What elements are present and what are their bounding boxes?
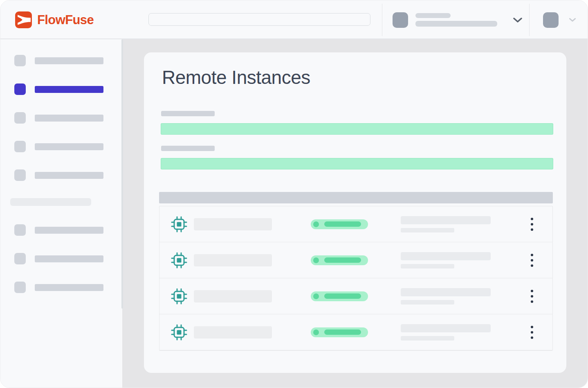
sidebar-item[interactable] (14, 83, 122, 95)
kebab-menu-button[interactable] (530, 289, 534, 304)
status-dot-icon (313, 329, 319, 335)
meta-line-1 (401, 288, 491, 296)
sidebar-item-label-placeholder (35, 255, 103, 262)
kebab-menu-button[interactable] (530, 217, 534, 232)
sidebar-nav (0, 39, 122, 388)
status-dot-icon (313, 257, 319, 263)
status-pill (311, 327, 368, 337)
sidebar-item-icon-placeholder (14, 282, 26, 293)
instance-meta-placeholder (401, 216, 491, 232)
sidebar-item-label-placeholder (35, 143, 103, 150)
sidebar-item-label-placeholder (35, 172, 103, 179)
sidebar-item[interactable] (14, 224, 122, 236)
sidebar-item[interactable] (14, 169, 122, 181)
sidebar-item-icon-placeholder (14, 112, 26, 124)
instance-name-placeholder (194, 290, 272, 302)
status-dot-icon (313, 221, 319, 227)
user-avatar (543, 12, 559, 28)
instance-row[interactable] (159, 278, 552, 314)
meta-line-1 (401, 324, 491, 332)
instance-name-placeholder (194, 218, 272, 230)
instance-name-placeholder (194, 254, 272, 266)
app-window: FlowFuse (0, 0, 588, 388)
instance-meta-placeholder (401, 324, 491, 341)
sidebar-item-icon-placeholder (14, 83, 26, 95)
chip-icon (171, 288, 187, 305)
instance-row[interactable] (159, 242, 552, 278)
sidebar-item-label-placeholder (35, 115, 103, 122)
sidebar-item-label-placeholder (35, 227, 103, 234)
meta-line-2 (401, 228, 454, 232)
status-label-placeholder (324, 329, 361, 335)
user-menu-button[interactable] (529, 4, 576, 36)
chevron-down-icon (569, 18, 576, 22)
sidebar-item-label-placeholder (10, 198, 91, 206)
sidebar-item[interactable] (14, 282, 122, 293)
chip-icon (171, 216, 187, 232)
field-input-highlight[interactable] (161, 158, 553, 169)
brand-wordmark: FlowFuse (37, 13, 94, 27)
instance-row[interactable] (159, 314, 552, 350)
brand-logo[interactable]: FlowFuse (15, 11, 94, 28)
status-pill (311, 219, 368, 229)
status-dot-icon (313, 293, 319, 299)
form-field (161, 146, 553, 169)
instance-meta-placeholder (401, 252, 491, 268)
sidebar-item-icon-placeholder (14, 55, 26, 66)
meta-line-1 (401, 252, 491, 260)
page-card: Remote Instances (144, 52, 566, 373)
chip-icon (171, 324, 187, 341)
sidebar-item-icon-placeholder (14, 253, 26, 264)
chip-icon (171, 252, 187, 268)
chevron-down-icon (513, 18, 522, 23)
status-label-placeholder (324, 257, 361, 263)
settings-form (161, 111, 553, 169)
team-name-line-2 (415, 21, 497, 27)
instances-table (159, 206, 553, 351)
field-input-highlight[interactable] (161, 123, 553, 135)
status-pill (311, 255, 368, 265)
kebab-menu-button[interactable] (530, 325, 534, 340)
sidebar-item-label-placeholder (35, 86, 103, 93)
sidebar-item-label-placeholder (35, 284, 103, 291)
status-label-placeholder (324, 293, 361, 299)
table-header-placeholder (159, 192, 553, 203)
team-name-line-1 (415, 13, 451, 18)
instance-row[interactable] (159, 206, 552, 242)
meta-line-1 (401, 216, 491, 224)
team-menu-button[interactable] (382, 4, 522, 36)
sidebar-item-label-placeholder (35, 57, 103, 64)
meta-line-2 (401, 300, 454, 305)
instance-meta-placeholder (401, 288, 491, 305)
sidebar-item[interactable] (14, 253, 122, 264)
team-avatar (393, 12, 408, 28)
status-pill (311, 291, 368, 301)
sidebar-scrollbar[interactable] (121, 39, 123, 309)
kebab-menu-button[interactable] (530, 253, 534, 268)
meta-line-2 (401, 336, 454, 341)
field-label-placeholder (161, 111, 215, 116)
sidebar-item-icon-placeholder (14, 169, 26, 181)
field-label-placeholder (161, 146, 215, 151)
meta-line-2 (401, 264, 454, 268)
sidebar-item[interactable] (14, 112, 122, 124)
page-title: Remote Instances (162, 67, 310, 88)
sidebar-section-placeholder (10, 198, 122, 206)
sidebar-item-icon-placeholder (14, 224, 26, 236)
search-input[interactable] (148, 13, 370, 26)
top-bar: FlowFuse (0, 0, 588, 39)
status-label-placeholder (324, 221, 361, 227)
form-field (161, 111, 553, 135)
sidebar-item-icon-placeholder (14, 141, 26, 152)
sidebar-item[interactable] (14, 55, 122, 66)
instance-name-placeholder (194, 326, 272, 338)
sidebar-item[interactable] (14, 141, 122, 152)
main-content: Remote Instances (122, 39, 588, 388)
team-name-placeholder (415, 13, 497, 27)
flowfuse-logo-icon (15, 11, 32, 28)
